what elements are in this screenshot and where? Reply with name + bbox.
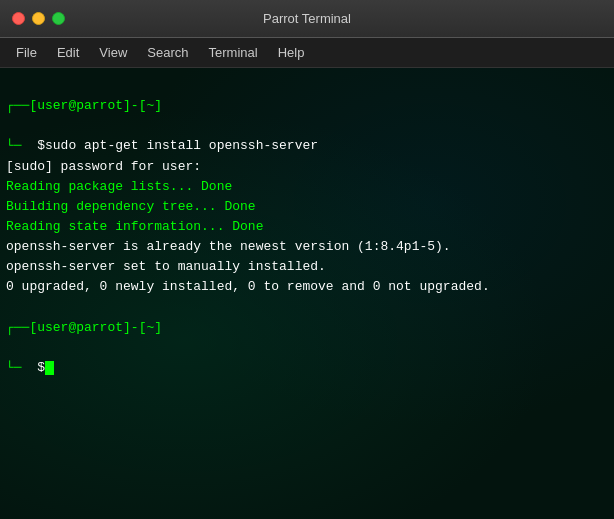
maximize-button[interactable] <box>52 12 65 25</box>
menu-search[interactable]: Search <box>139 42 196 63</box>
menu-file[interactable]: File <box>8 42 45 63</box>
terminal-line-5: Building dependency tree... Done <box>6 197 608 217</box>
terminal-line-6: Reading state information... Done <box>6 217 608 237</box>
minimize-button[interactable] <box>32 12 45 25</box>
terminal-line-7: openssh-server is already the newest ver… <box>6 237 608 257</box>
cursor <box>45 361 54 375</box>
terminal-area[interactable]: ┌──[user@parrot]-[~] └─ $sudo apt-get in… <box>0 68 614 519</box>
menu-view[interactable]: View <box>91 42 135 63</box>
terminal-line-2: └─ $sudo apt-get install openssh-server <box>6 116 608 156</box>
terminal-line-10: ┌──[user@parrot]-[~] <box>6 298 608 338</box>
titlebar: Parrot Terminal <box>0 0 614 38</box>
terminal-line-1: ┌──[user@parrot]-[~] <box>6 76 608 116</box>
menubar: File Edit View Search Terminal Help <box>0 38 614 68</box>
close-button[interactable] <box>12 12 25 25</box>
terminal-line-11: └─ $ <box>6 338 608 378</box>
window-title: Parrot Terminal <box>263 11 351 26</box>
terminal-line-4: Reading package lists... Done <box>6 177 608 197</box>
traffic-lights <box>12 12 65 25</box>
terminal-line-9: 0 upgraded, 0 newly installed, 0 to remo… <box>6 277 608 297</box>
menu-help[interactable]: Help <box>270 42 313 63</box>
menu-edit[interactable]: Edit <box>49 42 87 63</box>
terminal-line-8: openssh-server set to manually installed… <box>6 257 608 277</box>
menu-terminal[interactable]: Terminal <box>201 42 266 63</box>
terminal-line-3: [sudo] password for user: <box>6 157 608 177</box>
